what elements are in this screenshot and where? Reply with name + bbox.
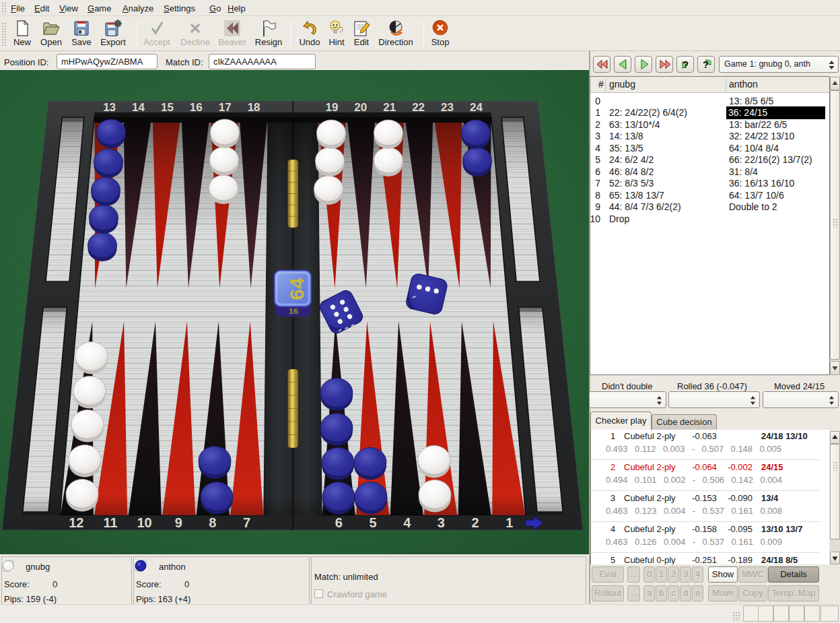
svg-text:11: 11 bbox=[103, 515, 117, 530]
svg-text:24: 24 bbox=[470, 101, 483, 114]
svg-text:3: 3 bbox=[438, 515, 445, 530]
svg-text:2: 2 bbox=[471, 515, 479, 530]
svg-text:7: 7 bbox=[243, 515, 250, 530]
svg-text:23: 23 bbox=[441, 101, 454, 114]
svg-text:16: 16 bbox=[289, 308, 299, 315]
svg-text:10: 10 bbox=[137, 515, 151, 530]
svg-text:?: ? bbox=[682, 59, 689, 70]
svg-text:1: 1 bbox=[505, 515, 513, 530]
svg-text:16: 16 bbox=[190, 101, 203, 114]
svg-text:9: 9 bbox=[175, 515, 182, 530]
svg-text:5: 5 bbox=[370, 515, 377, 530]
svg-text:18: 18 bbox=[248, 101, 260, 114]
svg-text:12: 12 bbox=[69, 515, 83, 530]
svg-text:20: 20 bbox=[354, 101, 367, 114]
svg-text:8: 8 bbox=[209, 515, 216, 530]
svg-text:4: 4 bbox=[403, 515, 411, 530]
svg-text:17: 17 bbox=[219, 101, 232, 114]
svg-text:6: 6 bbox=[335, 515, 343, 530]
svg-text:64: 64 bbox=[285, 277, 308, 300]
svg-text:22: 22 bbox=[412, 101, 425, 114]
svg-text:13: 13 bbox=[103, 101, 116, 114]
svg-text:19: 19 bbox=[325, 101, 338, 114]
svg-text:?: ? bbox=[703, 59, 709, 70]
svg-text:15: 15 bbox=[161, 101, 174, 114]
svg-text:14: 14 bbox=[132, 101, 145, 114]
svg-text:21: 21 bbox=[383, 101, 396, 114]
